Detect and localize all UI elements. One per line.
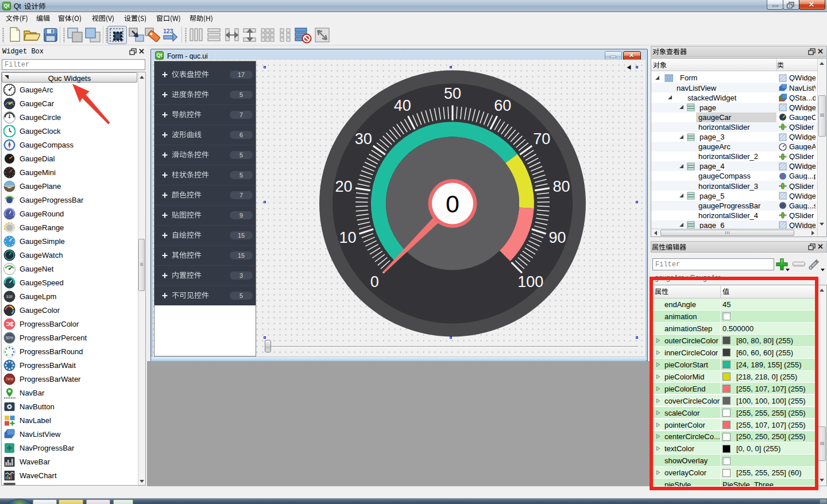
svg-text:40: 40 — [394, 97, 411, 114]
svg-text:0: 0 — [370, 273, 379, 290]
svg-text:100: 100 — [517, 273, 543, 290]
svg-text:60: 60 — [494, 97, 511, 114]
svg-text:20: 20 — [335, 178, 352, 195]
svg-text:80: 80 — [553, 178, 570, 195]
svg-text:0: 0 — [446, 190, 459, 218]
svg-text:30: 30 — [355, 130, 372, 148]
svg-text:10: 10 — [339, 229, 356, 246]
svg-text:70: 70 — [533, 130, 550, 148]
svg-text:50: 50 — [444, 85, 461, 102]
svg-text:90: 90 — [549, 229, 566, 246]
